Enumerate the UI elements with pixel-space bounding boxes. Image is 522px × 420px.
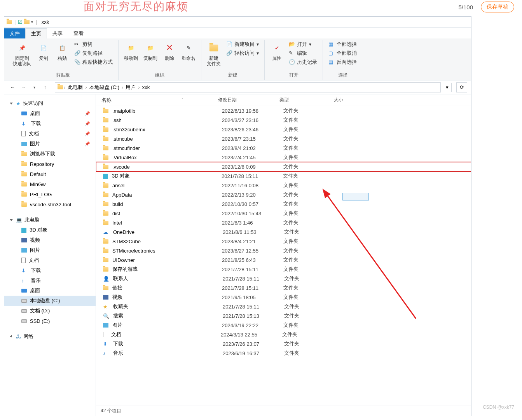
tab-share[interactable]: 共享 xyxy=(47,28,68,38)
file-row[interactable]: ♪音乐2023/6/19 16:37文件夹 xyxy=(96,349,471,358)
address-dropdown[interactable]: ▾ xyxy=(443,83,452,92)
file-row[interactable]: ★收藏夹2021/7/28 15:11文件夹 xyxy=(96,302,471,311)
forward-button[interactable]: → xyxy=(19,83,28,92)
file-type: 文件夹 xyxy=(284,350,339,357)
copy-button[interactable]: 📄 复制 xyxy=(35,40,52,63)
bc-users[interactable]: 用户 xyxy=(124,84,137,91)
file-row[interactable]: AppData2022/2/13 9:20文件夹 xyxy=(96,190,471,199)
file-row[interactable]: ⬇下载2023/7/26 23:07文件夹 xyxy=(96,339,471,349)
newitem-button[interactable]: 📄新建项目▾ xyxy=(225,40,260,49)
pin-button[interactable]: 📌 固定到快速访问 xyxy=(11,40,33,68)
sidebar-item[interactable]: 文档 xyxy=(4,255,96,265)
col-type[interactable]: 类型 xyxy=(279,97,334,103)
file-row[interactable]: Intel2021/8/3 1:46文件夹 xyxy=(96,218,471,227)
pasteshortcut-button[interactable]: 📎粘贴快捷方式 xyxy=(73,58,114,66)
sidebar-item[interactable]: 3D 对象 xyxy=(4,225,96,235)
file-row[interactable]: dist2022/10/30 15:43文件夹 xyxy=(96,209,471,218)
file-row[interactable]: 保存的游戏2021/7/28 15:11文件夹 xyxy=(96,265,471,274)
back-button[interactable]: ← xyxy=(8,83,17,92)
file-row[interactable]: .vscode2023/12/8 0:09文件夹 xyxy=(96,162,471,171)
file-row[interactable]: .stm32cubemx2023/8/26 23:46文件夹 xyxy=(96,125,471,134)
refresh-button[interactable]: ⟳ xyxy=(456,82,467,92)
sidebar-item[interactable]: 桌面 xyxy=(4,286,96,296)
search-icon: 🔍 xyxy=(103,313,109,319)
sidebar-this-pc[interactable]: 💻此电脑 xyxy=(4,215,96,225)
file-row[interactable]: UIDowner2021/8/25 6:43文件夹 xyxy=(96,255,471,265)
file-row[interactable]: .stmcufinder2023/8/4 21:02文件夹 xyxy=(96,143,471,153)
sidebar-item[interactable]: 本地磁盘 (C:) xyxy=(4,296,96,306)
invertsel-button[interactable]: ▤反向选择 xyxy=(327,58,358,66)
bc-drive[interactable]: 本地磁盘 (C:) xyxy=(88,84,121,91)
file-date: 2022/10/30 0:57 xyxy=(222,201,283,207)
delete-button[interactable]: ✕删除 xyxy=(161,40,178,63)
file-row[interactable]: 🔍搜索2021/7/28 15:13文件夹 xyxy=(96,311,471,321)
file-type: 文件夹 xyxy=(284,340,339,347)
sidebar-item-label: SSD (E:) xyxy=(30,318,50,324)
copyto-button[interactable]: 📁复制到 xyxy=(142,40,159,63)
sidebar-item[interactable]: 文档📌 xyxy=(4,129,96,139)
sidebar-item[interactable]: ♪音乐 xyxy=(4,275,96,286)
file-row[interactable]: ☁OneDrive2021/8/6 11:53文件夹 xyxy=(96,227,471,237)
open-button[interactable]: 📂打开▾ xyxy=(287,40,319,49)
file-row[interactable]: STMicroelectronics2023/8/27 12:55文件夹 xyxy=(96,246,471,255)
file-row[interactable]: 图片2024/3/19 22:22文件夹 xyxy=(96,321,471,330)
edit-button[interactable]: ✎编辑 xyxy=(287,49,319,58)
col-date[interactable]: 修改日期 xyxy=(218,97,279,103)
paste-button[interactable]: 📋 粘贴 xyxy=(54,40,70,63)
history-button[interactable]: 🕑历史记录 xyxy=(287,58,319,66)
file-row[interactable]: build2022/10/30 0:57文件夹 xyxy=(96,199,471,209)
easyaccess-button[interactable]: 🔗轻松访问▾ xyxy=(225,49,260,58)
file-row[interactable]: .matplotlib2022/6/13 19:58文件夹 xyxy=(96,106,471,115)
file-row[interactable]: 链接2021/7/28 15:11文件夹 xyxy=(96,283,471,293)
sidebar-item[interactable]: 图片 xyxy=(4,245,96,255)
selectall-button[interactable]: ▦全部选择 xyxy=(327,40,358,49)
sidebar-item[interactable]: 图片📌 xyxy=(4,139,96,149)
sidebar-item[interactable]: PRI_LOG xyxy=(4,189,96,199)
file-row[interactable]: .ssh2024/3/27 23:16文件夹 xyxy=(96,115,471,125)
bc-folder[interactable]: xxk xyxy=(141,84,152,90)
tab-home[interactable]: 主页 xyxy=(25,28,47,38)
file-row[interactable]: STM32Cube2023/8/4 21:21文件夹 xyxy=(96,237,471,246)
recent-button[interactable]: ▾ xyxy=(30,83,38,92)
sidebar-item[interactable]: SSD (E:) xyxy=(4,316,96,326)
sidebar-item[interactable]: Default xyxy=(4,169,96,179)
selectnone-button[interactable]: ▢全部取消 xyxy=(327,49,358,58)
breadcrumb[interactable]: › 此电脑› 本地磁盘 (C:)› 用户› xxk xyxy=(55,82,441,92)
sidebar-item-label: 本地磁盘 (C:) xyxy=(30,297,60,304)
file-row[interactable]: .VirtualBox2023/7/4 21:45文件夹 xyxy=(96,153,471,162)
file-row[interactable]: 文档2024/3/13 22:55文件夹 xyxy=(96,330,471,339)
sidebar-network[interactable]: 🖧网络 xyxy=(4,331,96,342)
moveto-button[interactable]: 📁移动到 xyxy=(122,40,140,63)
sidebar-item[interactable]: MinGw xyxy=(4,179,96,189)
cut-button[interactable]: ✂剪切 xyxy=(73,40,114,49)
tab-file[interactable]: 文件 xyxy=(4,28,25,38)
up-button[interactable]: ↑ xyxy=(41,83,49,92)
sidebar-item[interactable]: 桌面📌 xyxy=(4,108,96,119)
tab-view[interactable]: 查看 xyxy=(68,28,89,38)
sidebar-quick-access[interactable]: ★快速访问 xyxy=(4,98,96,108)
file-type: 文件夹 xyxy=(283,210,338,217)
sidebar-item[interactable]: ⬇下载📌 xyxy=(4,119,96,129)
sidebar-item[interactable]: 视频 xyxy=(4,235,96,245)
bc-pc[interactable]: 此电脑 xyxy=(66,84,84,91)
qat-checkbox-icon[interactable]: ☑ xyxy=(18,19,23,25)
sidebar-item[interactable]: ⬇下载 xyxy=(4,265,96,275)
properties-button[interactable]: ✔属性 xyxy=(269,40,285,63)
file-row[interactable]: 👤联系人2021/7/28 15:11文件夹 xyxy=(96,274,471,283)
folder-icon xyxy=(21,192,27,197)
file-row[interactable]: 视频2021/9/5 18:05文件夹 xyxy=(96,293,471,302)
file-row[interactable]: 3D 对象2021/7/28 15:11文件夹 xyxy=(96,171,471,181)
newfolder-button[interactable]: 新建文件夹 xyxy=(205,40,222,68)
file-row[interactable]: .stmcube2023/8/7 23:15文件夹 xyxy=(96,134,471,143)
sidebar-item[interactable]: vscode-stm32-tool xyxy=(4,199,96,209)
col-name[interactable]: 名称ˆ xyxy=(101,97,218,104)
col-size[interactable]: 大小 xyxy=(334,97,365,103)
sidebar-item[interactable]: 文档 (D:) xyxy=(4,306,96,316)
sidebar-item[interactable]: 浏览器下载 xyxy=(4,149,96,159)
save-draft-button[interactable]: 保存草稿 xyxy=(481,2,514,12)
rename-button[interactable]: ✎重命名 xyxy=(180,40,197,63)
copypath-button[interactable]: 🔗复制路径 xyxy=(73,49,114,58)
sidebar-item[interactable]: Repository xyxy=(4,159,96,169)
sidebar-item-label: Repository xyxy=(30,161,54,167)
file-row[interactable]: ansel2022/11/16 0:08文件夹 xyxy=(96,181,471,190)
